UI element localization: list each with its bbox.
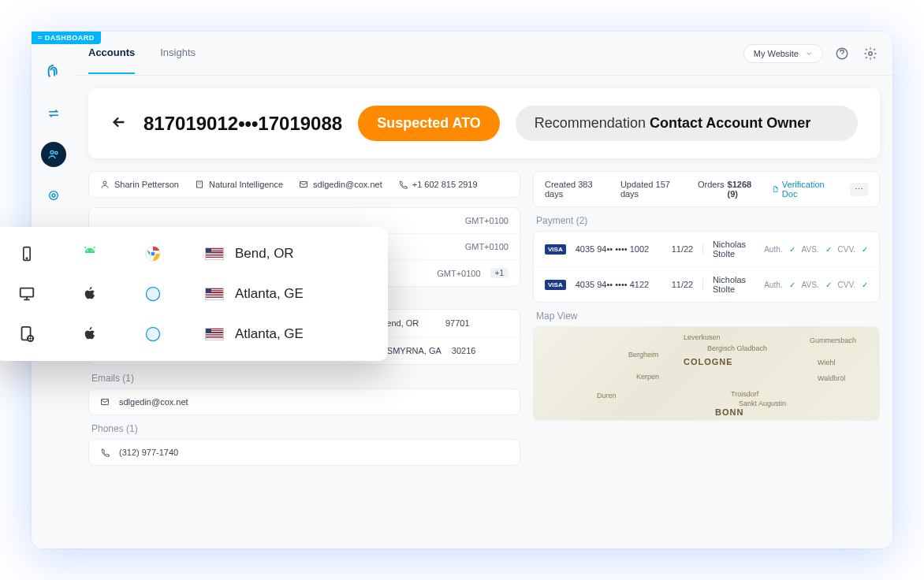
topbar: Accounts Insights My Website — [76, 32, 892, 76]
device-float-panel: Bend, OR Atlanta, GE Atlanta, GE — [0, 227, 388, 361]
us-flag-icon — [205, 247, 224, 260]
device-row[interactable]: Bend, OR — [0, 233, 388, 274]
desktop-icon — [16, 285, 38, 303]
site-selector-label: My Website — [754, 49, 799, 58]
card-number: 4035 94•• •••• 1002 — [576, 244, 662, 254]
account-id: 817019012•••17019088 — [143, 113, 342, 135]
sidebar-fingerprint-icon[interactable] — [41, 60, 66, 85]
svg-point-3 — [52, 194, 55, 197]
phone-icon — [16, 244, 38, 263]
owner-phone: +1 602 815 2919 — [412, 180, 478, 189]
mail-icon — [100, 397, 110, 407]
mail-icon — [299, 180, 308, 189]
building-icon — [195, 180, 204, 189]
help-icon[interactable] — [833, 44, 851, 63]
svg-point-2 — [50, 191, 58, 200]
android-icon — [79, 244, 101, 263]
gear-icon[interactable] — [861, 44, 880, 63]
location-text: Atlanta, GE — [235, 326, 304, 342]
location-text: Atlanta, GE — [235, 286, 304, 302]
us-flag-icon — [205, 288, 224, 300]
svg-point-14 — [87, 250, 88, 251]
phone-icon — [100, 448, 110, 457]
orders-value: $1268 (9) — [728, 180, 758, 199]
device-row[interactable]: Atlanta, GE — [0, 314, 388, 355]
tz-value: GMT+0100 — [465, 242, 509, 251]
svg-point-15 — [91, 250, 93, 251]
recommendation-badge: Recommendation Contact Account Owner — [516, 106, 858, 141]
svg-point-22 — [147, 288, 158, 299]
back-button[interactable] — [110, 113, 128, 134]
addr-city: Bend, OR — [381, 318, 436, 328]
svg-point-1 — [55, 151, 58, 154]
payment-title: Payment (2) — [533, 207, 880, 231]
svg-rect-19 — [20, 288, 34, 297]
payments-card: VISA 4035 94•• •••• 1002 11/22 Nicholas … — [533, 231, 880, 303]
svg-point-6 — [103, 181, 106, 184]
user-icon — [100, 180, 110, 189]
orders-label: Orders — [698, 180, 725, 199]
created-meta: Created 383 days — [545, 180, 606, 199]
phone-item: (312) 977-1740 — [119, 448, 178, 457]
card-exp: 11/22 — [672, 244, 694, 254]
card-name: Nicholas Stolte — [713, 240, 754, 258]
card-number: 4035 94•• •••• 4122 — [576, 280, 662, 289]
chevron-down-icon — [805, 50, 813, 58]
chrome-icon — [142, 245, 164, 262]
tablet-globe-icon — [16, 325, 38, 344]
addr-zip: 30216 — [452, 346, 476, 355]
more-button[interactable]: ⋯ — [850, 183, 868, 196]
card-name: Nicholas Stolte — [713, 275, 754, 294]
updated-meta: Updated 157 days — [620, 180, 684, 199]
sidebar-users-icon[interactable] — [41, 142, 66, 167]
phone-icon — [398, 180, 408, 189]
svg-point-5 — [869, 51, 873, 55]
apple-icon — [79, 285, 101, 303]
addr-zip: 97701 — [445, 318, 470, 328]
meta-strip: Created 383 days Updated 157 days Orders… — [533, 171, 880, 207]
map-view[interactable]: COLOGNE BONN Leverkusen Bergisch Gladbac… — [533, 326, 880, 421]
card-exp: 11/22 — [672, 280, 694, 289]
us-flag-icon — [205, 328, 224, 340]
sidebar-swap-icon[interactable] — [41, 101, 66, 126]
svg-point-13 — [26, 258, 27, 258]
sidebar — [32, 46, 76, 208]
svg-point-18 — [151, 251, 155, 256]
site-selector[interactable]: My Website — [743, 44, 823, 63]
tz-value: GMT+0100 — [437, 269, 480, 278]
sidebar-target-icon[interactable] — [41, 183, 66, 208]
tz-value: GMT+0100 — [465, 216, 509, 225]
owner-email: sdlgedin@cox.net — [313, 180, 382, 189]
apple-icon — [79, 325, 101, 343]
suspected-ato-badge: Suspected ATO — [358, 106, 500, 141]
plus-badge[interactable]: +1 — [490, 268, 509, 278]
svg-point-0 — [50, 151, 54, 154]
svg-rect-7 — [196, 181, 202, 188]
visa-icon: VISA — [545, 244, 566, 255]
location-text: Bend, OR — [235, 246, 294, 262]
device-row[interactable]: Atlanta, GE — [0, 274, 388, 314]
verification-doc[interactable]: Verification Doc — [772, 180, 836, 199]
addr-city: SMYRNA, GA — [387, 346, 442, 355]
emails-title: Emails (1) — [88, 365, 520, 389]
dashboard-tag: = DASHBOARD — [32, 32, 101, 44]
svg-point-28 — [147, 329, 158, 340]
tab-insights[interactable]: Insights — [160, 32, 196, 74]
owner-name: Sharin Petterson — [114, 180, 179, 189]
account-hero: 817019012•••17019088 Suspected ATO Recom… — [88, 88, 880, 158]
safari-icon — [142, 325, 164, 343]
owner-company: Natural Intelligence — [209, 180, 283, 189]
visa-icon: VISA — [545, 280, 566, 290]
safari-icon — [142, 285, 164, 303]
map-title: Map View — [533, 303, 880, 326]
email-item: sdlgedin@cox.net — [119, 397, 188, 407]
owner-strip: Sharin Petterson Natural Intelligence sd… — [88, 171, 520, 198]
phones-title: Phones (1) — [88, 415, 520, 439]
